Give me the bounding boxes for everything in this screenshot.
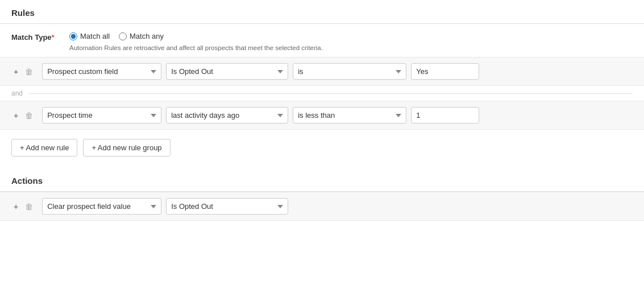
- rule-2-add-button[interactable]: +: [11, 110, 20, 121]
- rule-2-operator-select[interactable]: is less than is greater than: [293, 107, 406, 124]
- match-type-options: Match all Match any Automation Rules are…: [69, 32, 323, 51]
- match-type-row: Match Type* Match all Match any Automati…: [0, 24, 644, 57]
- add-buttons-row: + Add new rule + Add new rule group: [0, 130, 644, 166]
- action-row-1: + 🗑 Clear prospect field value Is Opted …: [11, 198, 633, 215]
- rules-title: Rules: [0, 0, 644, 23]
- action-1-field-select[interactable]: Is Opted Out: [166, 198, 288, 215]
- rule-2-controls: + 🗑: [11, 110, 35, 121]
- rule-2-condition-select[interactable]: last activity days ago Is Opted Out: [166, 107, 288, 124]
- match-hint: Automation Rules are retroactive and aff…: [69, 44, 323, 51]
- actions-title: Actions: [0, 168, 644, 191]
- action-1-action-select[interactable]: Clear prospect field value: [42, 198, 161, 215]
- rule-2-delete-button[interactable]: 🗑: [23, 110, 35, 121]
- add-new-rule-group-button[interactable]: + Add new rule group: [83, 139, 170, 157]
- action-1-delete-button[interactable]: 🗑: [23, 201, 35, 212]
- rule-row-2-wrapper: + 🗑 Prospect time Prospect custom field …: [0, 101, 644, 130]
- match-all-radio-label[interactable]: Match all: [69, 32, 110, 40]
- match-all-radio[interactable]: [69, 32, 77, 40]
- match-any-radio-label[interactable]: Match any: [119, 32, 164, 40]
- required-indicator: *: [52, 33, 55, 42]
- rule-1-add-button[interactable]: +: [11, 67, 20, 77]
- rule-1-value-input[interactable]: [411, 63, 479, 80]
- rule-row-2: + 🗑 Prospect time Prospect custom field …: [11, 107, 633, 124]
- rules-section: Rules Match Type* Match all Match any Au…: [0, 0, 644, 166]
- rule-1-condition-select[interactable]: Is Opted Out last activity days ago: [166, 63, 288, 80]
- rule-row-1: + 🗑 Prospect custom field Prospect time …: [11, 63, 633, 80]
- and-divider: and: [0, 86, 644, 101]
- match-type-label: Match Type*: [11, 32, 63, 42]
- add-new-rule-button[interactable]: + Add new rule: [11, 139, 77, 157]
- match-any-radio[interactable]: [119, 32, 127, 40]
- action-row-1-wrapper: + 🗑 Clear prospect field value Is Opted …: [0, 192, 644, 221]
- rule-1-delete-button[interactable]: 🗑: [23, 67, 35, 77]
- rule-2-value-input[interactable]: [411, 107, 479, 124]
- rule-1-field-type-select[interactable]: Prospect custom field Prospect time: [42, 63, 161, 80]
- rule-row-1-wrapper: + 🗑 Prospect custom field Prospect time …: [0, 57, 644, 86]
- rule-2-field-type-select[interactable]: Prospect time Prospect custom field: [42, 107, 161, 124]
- action-1-controls: + 🗑: [11, 201, 35, 212]
- action-1-add-button[interactable]: +: [11, 201, 20, 212]
- match-type-radios: Match all Match any: [69, 32, 323, 40]
- rule-1-controls: + 🗑: [11, 67, 35, 77]
- rule-1-operator-select[interactable]: is is not: [293, 63, 406, 80]
- actions-section: Actions + 🗑 Clear prospect field value I…: [0, 168, 644, 221]
